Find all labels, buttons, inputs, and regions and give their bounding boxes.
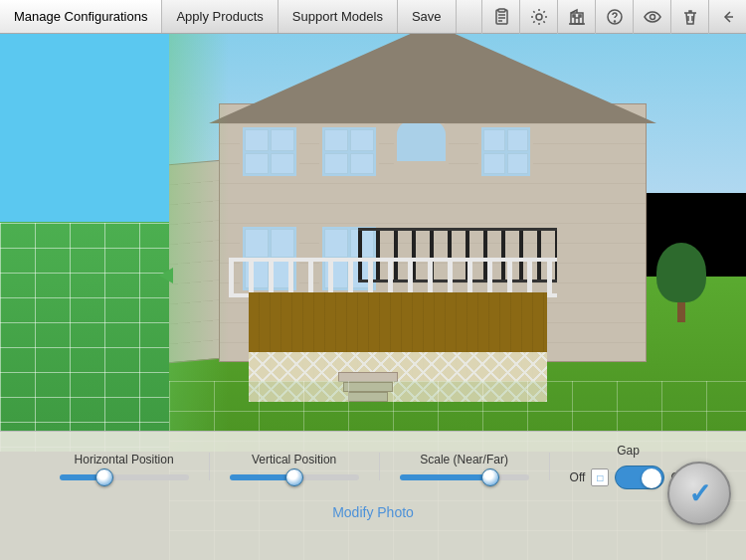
window-upper-right xyxy=(478,124,533,179)
house-roof xyxy=(209,34,656,123)
vertical-position-label: Vertical Position xyxy=(252,453,336,467)
window-pane xyxy=(324,229,348,258)
svg-rect-7 xyxy=(575,18,579,24)
window-upper-left xyxy=(240,124,299,179)
scale-group: Scale (Near/Far) xyxy=(380,453,550,480)
sliders-container: Horizontal Position Vertical Position Sc… xyxy=(20,444,726,489)
modify-photo-link[interactable]: Modify Photo xyxy=(332,504,414,520)
svg-point-11 xyxy=(614,21,615,22)
vertical-position-thumb[interactable] xyxy=(285,468,303,486)
scale-track[interactable] xyxy=(400,474,529,480)
tree-right xyxy=(656,243,706,322)
building-icon[interactable] xyxy=(557,0,595,34)
window-pane xyxy=(271,229,294,258)
toolbar-icons xyxy=(481,0,746,34)
confirm-button[interactable]: ✓ xyxy=(667,462,731,525)
vertical-position-track[interactable] xyxy=(230,474,359,480)
window-pane xyxy=(271,153,294,175)
svg-rect-9 xyxy=(579,15,581,17)
window-pane xyxy=(483,129,505,151)
gap-checkbox[interactable]: □ xyxy=(591,468,609,486)
horizontal-position-thumb[interactable] xyxy=(95,468,113,486)
gap-off-label: Off xyxy=(570,470,586,484)
window-pane xyxy=(350,153,374,175)
svg-rect-8 xyxy=(573,15,575,17)
scale-label: Scale (Near/Far) xyxy=(420,453,508,467)
modify-photo-bar: Modify Photo xyxy=(20,503,726,521)
window-pane xyxy=(483,153,505,175)
tab-apply-products[interactable]: Apply Products xyxy=(162,0,278,33)
back-icon[interactable] xyxy=(708,0,746,34)
horizontal-position-label: Horizontal Position xyxy=(75,453,174,467)
window-pane xyxy=(507,129,529,151)
window-pane xyxy=(324,153,348,175)
scale-thumb[interactable] xyxy=(481,468,499,486)
position-marker xyxy=(159,268,173,283)
controls-panel: Horizontal Position Vertical Position Sc… xyxy=(0,431,746,560)
tab-save[interactable]: Save xyxy=(398,0,457,33)
tree-trunk xyxy=(677,302,685,322)
clipboard-icon[interactable] xyxy=(481,0,519,34)
toolbar: Manage Configurations Apply Products Sup… xyxy=(0,0,746,34)
house xyxy=(219,44,647,362)
vertical-position-group: Vertical Position xyxy=(210,453,380,480)
horizontal-position-track[interactable] xyxy=(60,474,189,480)
white-fence xyxy=(229,258,557,297)
horizontal-position-group: Horizontal Position xyxy=(40,453,210,480)
tree-crown xyxy=(656,243,706,302)
window-pane xyxy=(245,129,269,151)
svg-rect-1 xyxy=(498,9,505,12)
gap-toggle-track[interactable] xyxy=(615,466,664,489)
help-icon[interactable] xyxy=(595,0,633,34)
scene: Horizontal Position Vertical Position Sc… xyxy=(0,34,746,560)
trash-icon[interactable] xyxy=(670,0,708,34)
tab-manage-configurations[interactable]: Manage Configurations xyxy=(0,0,162,33)
gap-label: Gap xyxy=(617,444,640,458)
window-pane xyxy=(350,129,374,151)
gap-toggle-thumb xyxy=(642,468,661,488)
svg-point-12 xyxy=(650,14,654,19)
window-pane xyxy=(507,153,529,175)
window-upper-mid xyxy=(319,124,379,179)
window-pane xyxy=(245,153,269,175)
eye-icon[interactable] xyxy=(633,0,670,34)
confirm-checkmark: ✓ xyxy=(688,477,711,510)
window-pane xyxy=(245,229,269,258)
window-pane xyxy=(324,129,348,151)
gear-icon[interactable] xyxy=(519,0,557,34)
tab-support-models[interactable]: Support Models xyxy=(279,0,398,33)
svg-point-5 xyxy=(536,14,542,20)
window-pane xyxy=(271,129,294,151)
